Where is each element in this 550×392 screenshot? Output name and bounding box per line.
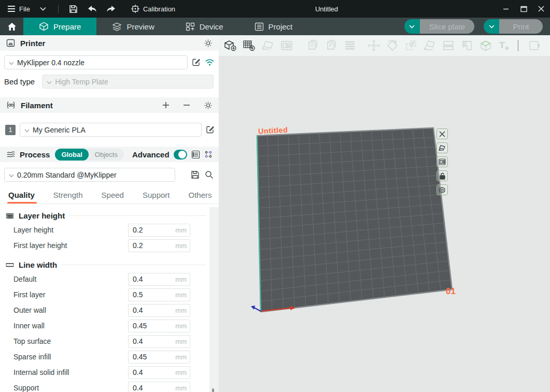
tab-project[interactable]: Project	[239, 18, 308, 35]
undo-button[interactable]	[84, 0, 100, 18]
scope-global-option[interactable]: Global	[55, 149, 88, 161]
chevron-down-icon	[489, 25, 495, 28]
printer-settings-gear-icon[interactable]	[204, 39, 213, 48]
remove-filament-button[interactable]	[183, 101, 190, 109]
tab-device[interactable]: Device	[170, 18, 239, 35]
internal-solid-infill-line-width-input[interactable]: 0.4 mm	[128, 366, 190, 379]
arrange-button[interactable]	[277, 37, 296, 54]
close-button[interactable]	[532, 0, 550, 18]
inner-wall-line-width-input[interactable]: 0.45 mm	[128, 320, 190, 332]
param-row: Top surface 0.4 mm	[0, 333, 219, 349]
bed-type-combo[interactable]: High Temp Plate	[42, 75, 214, 89]
add-plate-button[interactable]	[240, 37, 259, 54]
support-painting-button[interactable]	[458, 37, 476, 54]
lay-on-face-button[interactable]	[420, 37, 439, 54]
support-line-width-input[interactable]: 0.4 mm	[128, 382, 190, 392]
search-settings-icon[interactable]	[205, 170, 214, 179]
tab-strength[interactable]: Strength	[53, 191, 83, 204]
layer-height-input[interactable]: 0.2 mm	[128, 224, 190, 237]
sidebar-scrollbar-thumb[interactable]	[212, 388, 214, 392]
slice-dropdown-button[interactable]	[404, 19, 420, 34]
split-to-objects-button[interactable]: 0	[303, 37, 322, 54]
plus-icon	[162, 101, 170, 109]
save-preset-icon[interactable]	[191, 170, 200, 179]
wifi-connection-icon[interactable]	[205, 59, 215, 66]
tab-quality[interactable]: Quality	[8, 191, 35, 204]
param-value: 0.45	[133, 353, 175, 361]
build-plate[interactable]	[219, 56, 550, 392]
slice-plate-button[interactable]: Slice plate	[420, 19, 474, 34]
filament-preset-combo[interactable]: My Generic PLA	[20, 123, 202, 137]
filament-section-header: Filament	[0, 97, 219, 113]
process-preset-combo[interactable]: 0.20mm Standard @MyKlipper	[4, 168, 175, 182]
tab-preview[interactable]: Preview	[96, 18, 170, 35]
param-unit: mm	[175, 353, 187, 361]
print-button[interactable]: Print	[499, 19, 543, 34]
sparse-infill-line-width-input[interactable]: 0.45 mm	[128, 351, 190, 364]
file-menu-dropdown[interactable]	[35, 0, 51, 18]
move-button[interactable]	[364, 37, 383, 54]
redo-button[interactable]	[103, 0, 119, 18]
add-object-button[interactable]	[221, 37, 240, 54]
cut-button[interactable]	[439, 37, 458, 54]
color-painting-button[interactable]	[476, 37, 495, 54]
advanced-toggle[interactable]	[174, 150, 187, 159]
printer-preset-combo[interactable]: MyKlipper 0.4 nozzle	[4, 55, 188, 69]
param-value: 0.2	[133, 241, 175, 250]
rotate-icon	[386, 39, 399, 52]
calibration-button[interactable]: Calibration	[129, 0, 177, 18]
scope-objects-option[interactable]: Objects	[89, 149, 124, 161]
home-tab[interactable]	[0, 18, 23, 35]
tab-speed[interactable]: Speed	[102, 191, 124, 204]
print-split-button: Print	[484, 19, 543, 34]
param-unit: mm	[175, 275, 187, 283]
assembly-view-button[interactable]	[526, 37, 544, 54]
tab-support[interactable]: Support	[143, 191, 170, 204]
param-unit: mm	[175, 242, 187, 250]
minimize-button[interactable]	[497, 0, 515, 18]
first-layer-line-width-input[interactable]: 0.5 mm	[128, 288, 190, 301]
arrange-plate-icon	[439, 158, 446, 165]
top-surface-line-width-input[interactable]: 0.4 mm	[128, 335, 190, 348]
save-button[interactable]	[66, 0, 81, 18]
param-row: Default 0.4 mm	[0, 271, 219, 287]
lock-plate-button[interactable]	[436, 170, 448, 181]
rotate-button[interactable]	[383, 37, 402, 54]
param-value: 0.4	[133, 306, 175, 314]
file-menu-button[interactable]: File	[5, 0, 32, 18]
arrange-plate-button[interactable]	[436, 156, 448, 167]
svg-text:0: 0	[311, 43, 314, 48]
filament-settings-gear-icon[interactable]	[204, 101, 213, 110]
tab-prepare[interactable]: Prepare	[23, 18, 96, 35]
scale-button[interactable]	[402, 37, 420, 54]
param-row: Layer height 0.2 mm	[0, 222, 219, 238]
default-line-width-input[interactable]: 0.4 mm	[128, 273, 190, 286]
chevron-down-icon	[24, 126, 30, 134]
param-unit: mm	[175, 369, 187, 376]
svg-text:a: a	[505, 45, 509, 51]
edit-filament-icon[interactable]	[206, 125, 215, 134]
svg-text:T: T	[499, 40, 505, 50]
outer-wall-line-width-input[interactable]: 0.4 mm	[128, 304, 190, 317]
parameter-table-icon[interactable]	[204, 150, 213, 158]
viewport-3d[interactable]: 0 P	[219, 35, 550, 392]
sidebar-scrollbar-track[interactable]	[209, 207, 219, 392]
objects-list-icon[interactable]	[191, 150, 200, 159]
maximize-button[interactable]	[515, 0, 532, 18]
param-list: Layer height Layer height 0.2 mm First l…	[0, 204, 219, 392]
filament-title: Filament	[21, 101, 53, 110]
delete-plate-button[interactable]	[436, 128, 448, 139]
text-tool-button[interactable]: Ta	[495, 37, 514, 54]
close-x-icon	[439, 131, 445, 137]
auto-orient-button[interactable]	[259, 37, 277, 54]
chevron-down-icon	[40, 7, 46, 11]
first-layer-height-input[interactable]: 0.2 mm	[128, 239, 190, 252]
split-to-parts-button[interactable]: P	[322, 37, 341, 54]
variable-layer-height-button[interactable]	[341, 37, 359, 54]
tab-others[interactable]: Others	[189, 191, 212, 204]
orient-plate-button[interactable]	[436, 142, 448, 153]
add-filament-button[interactable]	[162, 101, 170, 109]
edit-printer-icon[interactable]	[192, 58, 201, 67]
print-dropdown-button[interactable]	[484, 19, 499, 34]
plate-settings-button[interactable]	[436, 184, 448, 195]
